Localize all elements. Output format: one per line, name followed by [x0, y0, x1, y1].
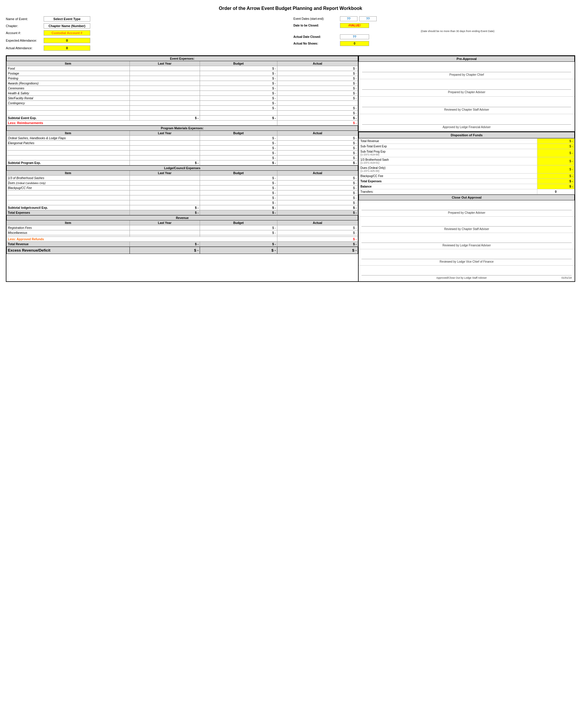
close-out-header: Close Out Approval [359, 194, 575, 200]
subtotal-lodge-label: Subtotal lodge/council Exp. [7, 205, 130, 210]
expected-attendance-label: Expected Attendance: [6, 39, 44, 42]
approved-refunds-row: Less: Approved Refunds $ - [7, 237, 358, 242]
ee-col-item: Item [7, 61, 130, 66]
disp-transfers-val: 0 [537, 189, 574, 194]
footer-date: 01/01/18 [561, 276, 572, 279]
disp-total-expenses-val: $ - [537, 179, 574, 184]
disp-sub-event-exp-val: $ - [537, 144, 574, 149]
disp-sub-event-exp-label: Sub-Total Event Exp [359, 144, 537, 149]
subtotal-event-label: Subtotal Event Exp. [7, 115, 130, 121]
table-row: Dues (Ordeal Candidates Only) $ - $ - [7, 181, 358, 185]
disp-balance-val: $ - [537, 184, 574, 189]
disp-balance-label: Balance [359, 184, 537, 189]
lodge-financial-sig-line [362, 119, 571, 125]
actual-no-shows-label: Actual No Shows: [293, 42, 340, 45]
event-date-end[interactable]: ?? [359, 16, 377, 21]
prog-expenses-header: Program Materials Expenses: [7, 126, 358, 131]
total-expenses-row: Total Expenses $ - $ - $ - [7, 210, 358, 215]
ee-col-lastyear: Last Year [130, 61, 200, 66]
rev-col-actual: Actual [277, 220, 358, 225]
disp-total-expenses-label: Total Expenses [359, 179, 537, 184]
account-value[interactable]: Custodial Account # [44, 30, 90, 35]
total-expenses-budget: $ - [200, 210, 277, 215]
list-item: Sub-Total Event Exp $ - [359, 144, 575, 149]
actual-date-closed-value[interactable]: ?? [340, 34, 369, 39]
lodge-expenses-header: Lodge/Council Expenses [7, 166, 358, 171]
disp-dues-label: Dues (Ordeal Only) [360, 166, 535, 170]
reimbursements-label: Less: Reimbursements [7, 121, 278, 126]
table-row: $ - $ - [7, 190, 358, 196]
closeout-approved-label: Approved/Close Out by Lodge Staff Advise… [436, 276, 487, 279]
list-item: Blackpug/CC Fee $ - [359, 174, 575, 179]
table-row: Elangomat Patches $ - $ - [7, 141, 358, 146]
rev-col-budget: Budget [200, 220, 277, 225]
expected-attendance-value[interactable]: 0 [44, 38, 90, 43]
actual-no-shows-value[interactable]: 0 [340, 41, 369, 46]
approved-refunds-label: Less: Approved Refunds [7, 237, 278, 242]
disp-blackpug-label: Blackpug/CC Fee [359, 174, 537, 179]
reviewed-chapter-staff: Reviewed by Chapter Staff Adviser [360, 108, 573, 111]
list-item: Balance $ - [359, 184, 575, 189]
table-row: 1/3 of Brotherhood Sashes $ - $ - [7, 176, 358, 181]
date-to-be-closed-label: Date to be Closed: [293, 24, 340, 27]
closeout-prepared-chapter-adviser: Prepared by Chapter Adviser [360, 211, 574, 215]
table-row: Registration Fees $ - $ - [7, 225, 358, 230]
disp-blackpug-val: $ - [537, 174, 574, 179]
excess-budget: $ - [200, 247, 277, 254]
closeout-lodge-vice-chief-sig-line [362, 253, 572, 259]
table-row: Ceremonies $ - $ - [7, 86, 358, 91]
excess-label: Excess Revenue/Deficit [7, 247, 130, 254]
actual-attendance-value[interactable]: 0 [44, 46, 90, 51]
closeout-approved-sig-line [362, 270, 572, 276]
disposition-header: Disposition of Funds [359, 132, 575, 138]
rev-col-lastyear: Last Year [130, 220, 200, 225]
table-row: Ordeal Sashes, Handbooks & Lodge Flaps $… [7, 136, 358, 141]
table-row: $ - $ - [7, 151, 358, 156]
chapter-chief-sig-line [362, 67, 571, 72]
ee-col-budget: Budget [200, 61, 277, 66]
name-of-event-value[interactable]: Select Event Type [44, 16, 90, 22]
disp-brotherhood-label: 1/3 Brotherhood Sash [360, 158, 535, 161]
table-row: Site/Facility Rental $ - $ - [7, 96, 358, 101]
chapter-label: Chapter: [6, 24, 44, 28]
list-item: Total Revenue $ - [359, 139, 575, 144]
list-item: 1/3 Brotherhood Sash (1-2371-419-01) $ - [359, 157, 575, 165]
table-row: Blackpug/CC Fee $ - $ - [7, 185, 358, 190]
chapter-value[interactable]: Chapter Name (Number) [44, 23, 90, 29]
reimbursements-row: Less: Reimbursements $ - [7, 121, 358, 126]
subtotal-prog-label: Subtotal Program Exp. [7, 160, 130, 165]
actual-date-closed-label: Actual Date Closed: [293, 35, 340, 38]
total-revenue-lastyear: $ - [130, 242, 200, 246]
chapter-adviser-sig-line [362, 84, 571, 90]
table-row: Food $ - $ - [7, 66, 358, 71]
date-to-be-closed-value[interactable]: #VALUE! [340, 23, 369, 28]
subtotal-event-budget: $ - [200, 115, 277, 121]
closeout-chapter-adviser-sig-line [362, 204, 572, 210]
disp-total-revenue-val: $ - [537, 139, 574, 144]
subtotal-prog-actual: $ - [277, 160, 358, 165]
excess-revenue-row: Excess Revenue/Deficit $ - $ - $ - [7, 247, 358, 254]
subtotal-lodge-actual: $ - [277, 205, 358, 210]
event-date-start[interactable]: ?? [340, 16, 358, 21]
subtotal-event-actual: $ - [277, 115, 358, 121]
total-revenue-row: Total Revenue $ - $ - $ - [7, 242, 358, 246]
le-col-lastyear: Last Year [130, 171, 200, 176]
revenue-header: Revenue [7, 215, 358, 220]
subtotal-prog-budget: $ - [200, 160, 277, 165]
table-row: $ - $ - [7, 156, 358, 160]
closeout-lodge-financial-sig-line [362, 237, 572, 243]
subtotal-event-lastyear: $ - [130, 115, 200, 121]
closeout-approved: Approved/Close Out by Lodge Staff Advise… [360, 276, 574, 280]
approved-lodge-financial: Approved by Lodge Financial Adviser [360, 125, 573, 129]
disp-total-revenue-label: Total Revenue [359, 139, 537, 144]
pre-approval-header: Pre-Approval [359, 56, 575, 62]
total-expenses-lastyear: $ - [130, 210, 200, 215]
event-dates-label: Event Dates (start-end): [293, 17, 340, 20]
account-label: Account #: [6, 31, 44, 35]
closeout-reviewed-lodge-financial: Reviewed by Lodge Financial Adviser [360, 243, 574, 247]
table-row: Miscellaneous $ - $ - [7, 230, 358, 235]
prepared-chapter-chief: Prepared by Chapter Chief [360, 73, 573, 77]
le-col-budget: Budget [200, 171, 277, 176]
name-of-event-label: Name of Event: [6, 17, 44, 21]
approved-refunds-actual: $ - [277, 237, 358, 242]
